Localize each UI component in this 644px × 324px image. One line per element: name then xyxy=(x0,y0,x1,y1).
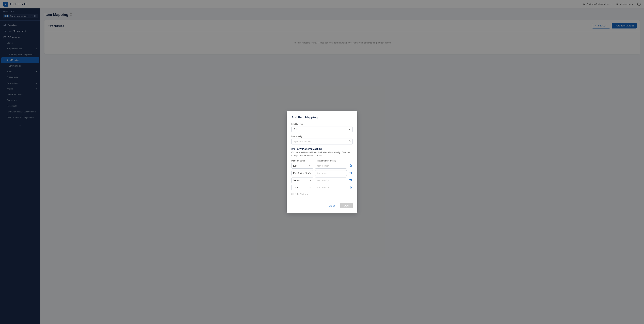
platform-name-col-label: Platform Name xyxy=(291,160,316,162)
platform-row-epic: Epic PlayStation Store Steam Xbox xyxy=(291,163,353,169)
item-identity-input[interactable] xyxy=(291,139,353,144)
platform-select-epic[interactable]: Epic PlayStation Store Steam Xbox xyxy=(291,163,313,169)
platform-column-labels: Platform Name Platform Item Identity xyxy=(291,160,353,162)
app-container: A! ACCELBYTE Platform Configurations ▾ M… xyxy=(0,0,644,324)
svg-rect-19 xyxy=(350,180,352,181)
add-button[interactable]: Add xyxy=(340,203,353,208)
svg-line-12 xyxy=(350,142,351,142)
platform-row-steam: Epic PlayStation Store Steam Xbox xyxy=(291,177,353,183)
platform-identity-xbox[interactable] xyxy=(315,185,347,190)
add-platform-button[interactable]: Add Platform xyxy=(291,192,308,196)
platform-select-steam[interactable]: Epic PlayStation Store Steam Xbox xyxy=(291,177,313,183)
third-party-title: 3rd Party Platform Mapping xyxy=(291,148,353,150)
modal-overlay[interactable]: Add Item Mapping Identity Type SKU APP_I… xyxy=(0,0,644,324)
add-item-mapping-modal: Add Item Mapping Identity Type SKU APP_I… xyxy=(287,111,357,213)
delete-platform-xbox[interactable] xyxy=(348,185,353,190)
platform-identity-col-label: Platform Item Identity xyxy=(317,160,346,162)
identity-type-group: Identity Type SKU APP_ID ITEM_ID xyxy=(291,123,353,132)
platform-identity-epic[interactable] xyxy=(315,163,347,169)
delete-platform-steam[interactable] xyxy=(348,178,353,183)
third-party-desc: Choose a platform and insert the Platfor… xyxy=(291,151,353,157)
svg-rect-22 xyxy=(350,187,352,188)
delete-platform-epic[interactable] xyxy=(348,164,353,168)
identity-type-label: Identity Type xyxy=(291,123,353,125)
platform-row-xbox: Epic PlayStation Store Steam Xbox xyxy=(291,185,353,190)
platform-identity-playstation[interactable] xyxy=(315,170,347,176)
svg-rect-13 xyxy=(350,165,352,167)
platform-select-playstation[interactable]: Epic PlayStation Store Steam Xbox xyxy=(291,170,313,176)
modal-footer: Cancel Add xyxy=(291,200,353,208)
item-identity-label: Item Identity xyxy=(291,135,353,138)
platform-select-xbox[interactable]: Epic PlayStation Store Steam Xbox xyxy=(291,185,313,190)
search-icon xyxy=(348,140,351,143)
platform-identity-steam[interactable] xyxy=(315,177,347,183)
cancel-button[interactable]: Cancel xyxy=(326,203,339,208)
item-identity-input-wrapper xyxy=(291,139,353,144)
delete-platform-playstation[interactable] xyxy=(348,171,353,175)
modal-title: Add Item Mapping xyxy=(291,116,353,119)
svg-rect-16 xyxy=(350,172,352,174)
platform-row-playstation: Epic PlayStation Store Steam Xbox xyxy=(291,170,353,176)
item-identity-group: Item Identity xyxy=(291,135,353,144)
identity-type-select[interactable]: SKU APP_ID ITEM_ID xyxy=(291,126,353,132)
third-party-section: 3rd Party Platform Mapping Choose a plat… xyxy=(291,148,353,196)
plus-circle-icon xyxy=(291,193,294,195)
add-platform-label: Add Platform xyxy=(295,193,308,195)
